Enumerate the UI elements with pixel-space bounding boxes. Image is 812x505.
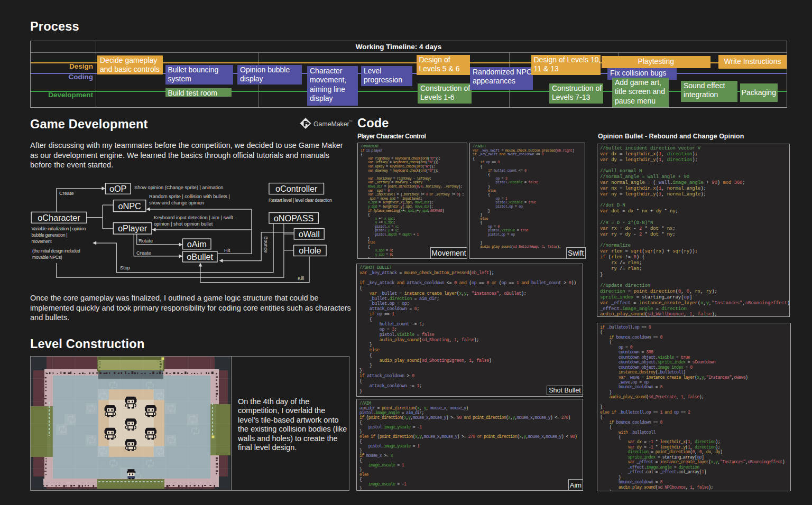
svg-text:Variable initialization | opin: Variable initialization | opinion — [32, 226, 86, 231]
svg-text:movement: movement — [32, 239, 52, 244]
svg-text:GameMaker: GameMaker — [313, 120, 349, 128]
svg-text:Keyboard input detection | aim: Keyboard input detection | aim | swift — [154, 215, 233, 220]
svg-text:bubble generation |: bubble generation | — [32, 232, 68, 238]
svg-text:oNOPASS: oNOPASS — [274, 213, 314, 223]
svg-text:oOP: oOP — [109, 184, 127, 193]
svg-text:Rotate: Rotate — [139, 238, 153, 244]
svg-text:Restart level | level clear de: Restart level | level clear detection — [269, 198, 332, 203]
svg-text:Random sprite | collision with: Random sprite | collision with bullets | — [149, 194, 230, 199]
svg-text:(the initial design included: (the initial design included — [32, 248, 80, 254]
svg-text:Kill: Kill — [298, 276, 304, 281]
svg-text:oNPC: oNPC — [118, 201, 141, 211]
svg-text:oHole: oHole — [299, 246, 321, 255]
svg-text:opinion | shot opinion bullet: opinion | shot opinion bullet — [154, 221, 213, 227]
svg-text:Create: Create — [136, 250, 151, 256]
svg-text:oBullet: oBullet — [187, 252, 213, 261]
svg-text:movable NPCs): movable NPCs) — [32, 255, 62, 260]
svg-text:oAim: oAim — [187, 239, 207, 249]
svg-text:Stop: Stop — [120, 265, 130, 270]
svg-text:oController: oController — [275, 184, 318, 193]
svg-text:oCharacter: oCharacter — [38, 213, 80, 222]
svg-text:Create: Create — [59, 191, 74, 196]
svg-text:oWall: oWall — [299, 229, 320, 239]
svg-text:show and change opinion: show and change opinion — [149, 200, 204, 205]
svg-text:Show opinion (Change sprite) |: Show opinion (Change sprite) | animation — [134, 185, 223, 190]
svg-text:Hit: Hit — [224, 248, 230, 253]
svg-text:Bounce: Bounce — [263, 236, 269, 253]
svg-text:oPlayer: oPlayer — [118, 223, 147, 233]
svg-text:TM: TM — [349, 120, 353, 123]
